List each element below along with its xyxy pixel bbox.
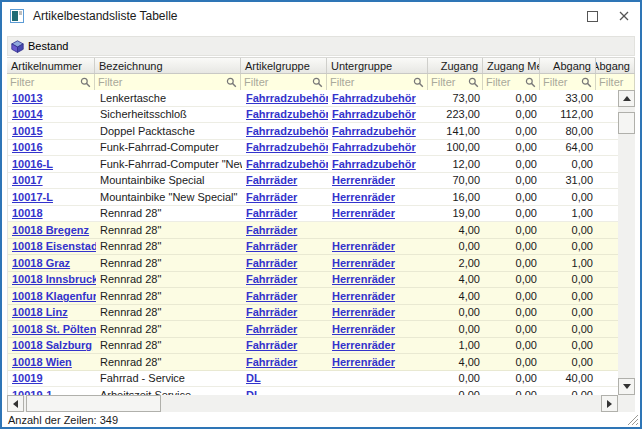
close-button[interactable] — [608, 2, 640, 30]
column-header-abgang[interactable]: Abgang — [540, 58, 596, 73]
filter-input-abgang2[interactable]: Filter — [596, 74, 635, 90]
artikelgruppe-link[interactable]: Fahrradzubehör — [246, 158, 328, 170]
horizontal-scrollbar-thumb[interactable] — [26, 395, 161, 412]
artikelnummer-link[interactable]: 10018 Innsbruck — [12, 273, 96, 285]
untergruppe-link[interactable]: Fahrradzubehör — [332, 125, 416, 137]
artikelgruppe-link[interactable]: DL — [246, 372, 261, 384]
table-row[interactable]: 10016Funk-Fahrrad-ComputerFahrradzubehör… — [8, 140, 635, 157]
artikelgruppe-link[interactable]: Fahrräder — [246, 323, 297, 335]
untergruppe-link[interactable]: Herrenräder — [332, 273, 395, 285]
artikelgruppe-link[interactable]: Fahrräder — [246, 207, 297, 219]
filter-input-zugang_menge[interactable]: Filter — [483, 74, 540, 90]
untergruppe-link[interactable]: Herrenräder — [332, 290, 395, 302]
artikelnummer-link[interactable]: 10018 Klagenfurt — [12, 290, 96, 302]
table-row[interactable]: 10018 InnsbruckRennrad 28"FahrräderHerre… — [8, 272, 635, 289]
untergruppe-link[interactable]: Herrenräder — [332, 257, 395, 269]
artikelgruppe-link[interactable]: Fahrräder — [246, 356, 297, 368]
table-row[interactable]: 10019Fahrrad - ServiceDL0,000,0040,00 — [8, 371, 635, 388]
filter-input-artikelgruppe[interactable]: Filter — [241, 74, 327, 90]
artikelnummer-link[interactable]: 10018 St. Pölten — [12, 323, 96, 335]
artikelgruppe-link[interactable]: Fahrräder — [246, 191, 297, 203]
filter-input-zugang[interactable]: Filter — [428, 74, 483, 90]
filter-input-artikelnummer[interactable]: Filter — [7, 74, 95, 90]
untergruppe-link[interactable]: Fahrradzubehör — [332, 158, 416, 170]
filter-input-abgang[interactable]: Filter — [540, 74, 596, 90]
table-row[interactable]: 10018 BregenzRennrad 28"Fahrräder4,000,0… — [8, 222, 635, 239]
column-header-abgang2[interactable]: Abgang — [596, 58, 635, 73]
table-row[interactable]: 10018 WienRennrad 28"FahrräderHerrenräde… — [8, 354, 635, 371]
artikelgruppe-link[interactable]: Fahrräder — [246, 240, 297, 252]
column-header-zugang_menge[interactable]: Zugang Me... — [483, 58, 540, 73]
column-header-zugang[interactable]: Zugang — [428, 58, 483, 73]
tab-bestand[interactable]: Bestand — [7, 36, 635, 56]
scroll-up-button[interactable] — [618, 90, 635, 107]
artikelnummer-link[interactable]: 10013 — [12, 92, 43, 104]
artikelnummer-link[interactable]: 10014 — [12, 108, 43, 120]
scroll-down-button[interactable] — [618, 378, 635, 395]
untergruppe-link[interactable]: Herrenräder — [332, 174, 395, 186]
filter-input-untergruppe[interactable]: Filter — [327, 74, 428, 90]
artikelnummer-link[interactable]: 10018 Linz — [12, 306, 68, 318]
artikelnummer-link[interactable]: 10018 Eisenstadt — [12, 240, 96, 252]
untergruppe-link[interactable]: Herrenräder — [332, 356, 395, 368]
artikelgruppe-link[interactable]: Fahrradzubehör — [246, 108, 328, 120]
untergruppe-link[interactable]: Fahrradzubehör — [332, 141, 416, 153]
untergruppe-link[interactable]: Herrenräder — [332, 240, 395, 252]
untergruppe-link[interactable]: Herrenräder — [332, 306, 395, 318]
artikelgruppe-link[interactable]: Fahrradzubehör — [246, 125, 328, 137]
table-row[interactable]: 10018 GrazRennrad 28"FahrräderHerrenräde… — [8, 255, 635, 272]
artikelgruppe-link[interactable]: Fahrräder — [246, 257, 297, 269]
column-header-untergruppe[interactable]: Untergruppe — [327, 58, 428, 73]
untergruppe-link[interactable]: Fahrradzubehör — [332, 92, 416, 104]
column-header-bezeichnung[interactable]: Bezeichnung — [95, 58, 241, 73]
artikelgruppe-link[interactable]: Fahrradzubehör — [246, 92, 328, 104]
artikelnummer-link[interactable]: 10018 Wien — [12, 356, 72, 368]
artikelnummer-link[interactable]: 10016 — [12, 141, 43, 153]
untergruppe-link[interactable]: Herrenräder — [332, 323, 395, 335]
vertical-scrollbar-thumb[interactable] — [618, 112, 635, 134]
artikelgruppe-link[interactable]: Fahrräder — [246, 174, 297, 186]
artikelnummer-link[interactable]: 10019 — [12, 372, 43, 384]
table-row[interactable]: 10017Mountainbike SpecialFahrräderHerren… — [8, 173, 635, 190]
horizontal-scrollbar[interactable] — [7, 395, 618, 412]
untergruppe-link[interactable]: Herrenräder — [332, 207, 395, 219]
table-row[interactable]: 10016-LFunk-Fahrrad-Computer "New Fun"Fa… — [8, 156, 635, 173]
untergruppe-link[interactable]: Herrenräder — [332, 191, 395, 203]
table-row[interactable]: 10018 KlagenfurtRennrad 28"FahrräderHerr… — [8, 288, 635, 305]
artikelnummer-link[interactable]: 10017 — [12, 174, 43, 186]
artikelgruppe-link[interactable]: Fahrräder — [246, 306, 297, 318]
artikelgruppe-link[interactable]: Fahrräder — [246, 273, 297, 285]
table-row[interactable]: 10013LenkertascheFahrradzubehörFahrradzu… — [8, 90, 635, 107]
artikelnummer-link[interactable]: 10018 Salzburg — [12, 339, 92, 351]
table-row[interactable]: 10018 SalzburgRennrad 28"FahrräderHerren… — [8, 338, 635, 355]
filter-input-bezeichnung[interactable]: Filter — [95, 74, 241, 90]
artikelnummer-link[interactable]: 10018 Bregenz — [12, 224, 89, 236]
table-row[interactable]: 10015Doppel PacktascheFahrradzubehörFahr… — [8, 123, 635, 140]
table-row[interactable]: 10019-1Arbeitszeit ServiceDL0,000,000,00 — [8, 387, 635, 395]
artikelnummer-link[interactable]: 10018 — [12, 207, 43, 219]
table-row[interactable]: 10018 LinzRennrad 28"FahrräderHerrenräde… — [8, 305, 635, 322]
maximize-button[interactable] — [576, 2, 608, 30]
resize-grip[interactable] — [626, 413, 639, 426]
scroll-left-button[interactable] — [7, 395, 24, 412]
artikelnummer-link[interactable]: 10017-L — [12, 191, 53, 203]
untergruppe-link[interactable]: Fahrradzubehör — [332, 108, 416, 120]
artikelgruppe-link[interactable]: Fahrradzubehör — [246, 141, 328, 153]
table-row[interactable]: 10014SicherheitsschloßFahrradzubehörFahr… — [8, 107, 635, 124]
table-row[interactable]: 10018 St. PöltenRennrad 28"FahrräderHerr… — [8, 321, 635, 338]
column-header-artikelnummer[interactable]: Artikelnummer — [7, 58, 95, 73]
table-row[interactable]: 10018 EisenstadtRennrad 28"FahrräderHerr… — [8, 239, 635, 256]
table-row[interactable]: 10018Rennrad 28"FahrräderHerrenräder19,0… — [8, 206, 635, 223]
artikelgruppe-link[interactable]: Fahrräder — [246, 290, 297, 302]
vertical-scrollbar[interactable] — [618, 90, 635, 395]
scroll-right-button[interactable] — [601, 395, 618, 412]
artikelnummer-link[interactable]: 10015 — [12, 125, 43, 137]
artikelgruppe-link[interactable]: Fahrräder — [246, 224, 297, 236]
title-bar[interactable]: Artikelbestandsliste Tabelle — [2, 2, 640, 30]
column-header-artikelgruppe[interactable]: Artikelgruppe — [241, 58, 327, 73]
table-row[interactable]: 10017-LMountainbike "New Special"Fahrräd… — [8, 189, 635, 206]
artikelgruppe-link[interactable]: Fahrräder — [246, 339, 297, 351]
artikelnummer-link[interactable]: 10016-L — [12, 158, 53, 170]
untergruppe-link[interactable]: Herrenräder — [332, 339, 395, 351]
artikelnummer-link[interactable]: 10018 Graz — [12, 257, 70, 269]
